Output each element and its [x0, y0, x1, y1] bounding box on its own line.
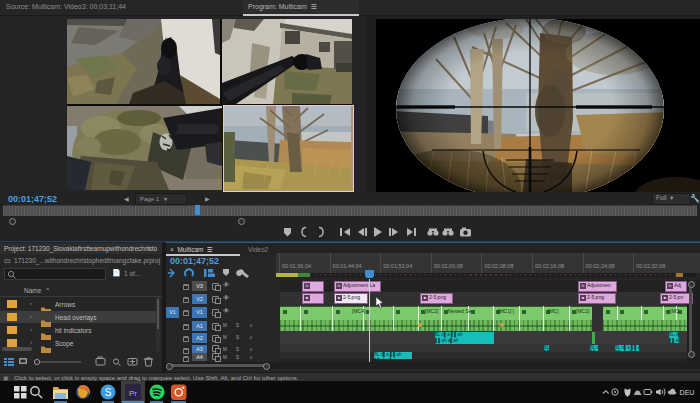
svg-text:DEU: DEU: [680, 389, 695, 396]
svg-text:S: S: [105, 387, 112, 398]
svg-text:Pr: Pr: [129, 389, 137, 398]
